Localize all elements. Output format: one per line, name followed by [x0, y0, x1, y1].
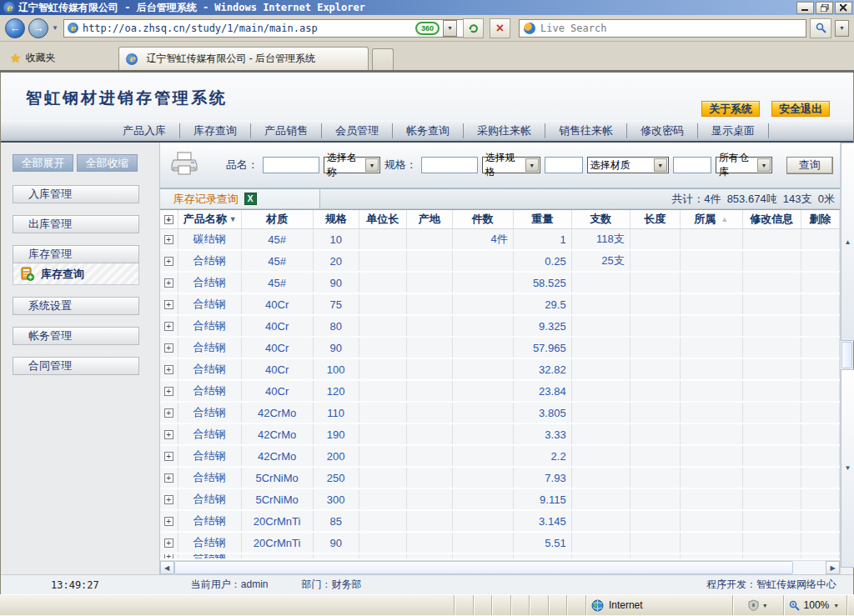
nav-item[interactable]: 帐务查询 [393, 123, 464, 138]
row-expand-icon[interactable]: + [160, 359, 178, 379]
safe-logout-button[interactable]: 安全退出 [771, 101, 830, 117]
search-options-dropdown[interactable]: ▼ [835, 20, 849, 37]
sidebar-group-inventory[interactable]: 库存管理 [13, 245, 139, 263]
col-header-length[interactable]: 长度 [630, 210, 681, 228]
new-tab-button[interactable] [372, 48, 394, 70]
warehouse-filter-input[interactable] [673, 157, 711, 173]
sidebar-group-system[interactable]: 系统设置 [13, 297, 139, 315]
refresh-button[interactable] [463, 18, 484, 38]
protected-mode-pane[interactable]: ▼ [733, 595, 784, 615]
live-search-input[interactable]: Live Search [519, 19, 806, 38]
name-select[interactable]: 选择名称▼ [324, 157, 380, 173]
row-expand-icon[interactable]: + [160, 489, 178, 509]
table-row[interactable]: + 合结钢 42CrMo 200 2.2 [160, 446, 840, 468]
row-expand-icon[interactable]: + [160, 403, 178, 423]
print-button[interactable] [170, 151, 198, 180]
col-header-unit-length[interactable]: 单位长 [359, 210, 407, 228]
back-button[interactable]: ← [5, 18, 25, 38]
nav-item[interactable]: 销售往来帐 [545, 123, 627, 138]
col-header-origin[interactable]: 产地 [407, 210, 453, 228]
nav-item[interactable]: 会员管理 [322, 123, 393, 138]
sidebar-item-inventory-query[interactable]: 库存查询 [13, 263, 139, 285]
table-row[interactable]: + 合结钢 45# 20 0.25 25支 [160, 251, 840, 273]
scroll-up-icon[interactable]: ▲ [841, 143, 854, 341]
zoom-pane[interactable]: 100% ▼ [784, 595, 847, 615]
table-row[interactable]: + 合结钢 5CrNiMo 250 7.93 [160, 468, 840, 489]
table-row[interactable]: + 合结钢 42CrMo 190 3.33 [160, 424, 840, 446]
col-header-count[interactable]: 支数 [572, 210, 630, 228]
inventory-records-tab[interactable]: 库存记录查询 X [160, 189, 320, 208]
row-expand-icon[interactable]: + [160, 381, 178, 401]
table-row[interactable]: + 碳结钢 45# 10 4件 1 118支 [160, 229, 840, 251]
row-expand-icon[interactable]: + [160, 468, 178, 488]
table-row[interactable]: + 合结钢 45# 90 58.525 [160, 273, 840, 294]
table-row[interactable]: + 合结钢 5CrNiMo 300 9.115 [160, 489, 840, 511]
col-header-material[interactable]: 材质 [242, 210, 314, 228]
material-select[interactable]: 选择材质▼ [587, 157, 669, 173]
table-row[interactable]: + 合结钢 42CrMo 110 3.805 [160, 403, 840, 424]
collapse-all-button[interactable]: 全部收缩 [77, 154, 138, 172]
row-expand-icon[interactable]: + [160, 229, 178, 249]
nav-item[interactable]: 库存查询 [180, 123, 251, 138]
expand-all-rows-icon[interactable]: + [160, 210, 178, 228]
table-row[interactable]: + 合结钢 40Cr 100 32.82 [160, 359, 840, 381]
col-header-pieces[interactable]: 件数 [453, 210, 514, 228]
table-row[interactable]: + 合结钢 20CrMnTi 90 5.51 [160, 533, 840, 554]
table-row[interactable]: + 合结钢 20CrMnTi 85 3.145 [160, 511, 840, 533]
col-header-owner[interactable]: 所属▲ [681, 210, 743, 228]
about-system-button[interactable]: 关于系统 [701, 101, 760, 117]
row-expand-icon[interactable]: + [160, 294, 178, 314]
nav-item[interactable]: 采购往来帐 [464, 123, 545, 138]
search-go-button[interactable] [810, 18, 831, 38]
table-row[interactable]: + 合结钢 40Cr 90 57.965 [160, 338, 840, 359]
minimize-button[interactable] [796, 2, 814, 14]
row-expand-icon[interactable]: + [160, 338, 178, 358]
nav-item[interactable]: 显示桌面 [698, 123, 769, 138]
row-expand-icon[interactable]: + [160, 273, 178, 293]
sidebar-group-accounting[interactable]: 帐务管理 [13, 327, 139, 345]
close-button[interactable] [835, 2, 852, 14]
warehouse-select[interactable]: 所有仓库▼ [716, 157, 772, 173]
spec-filter-input[interactable] [421, 157, 478, 173]
sidebar-group-outbound[interactable]: 出库管理 [13, 215, 139, 233]
excel-export-icon[interactable]: X [244, 193, 257, 205]
nav-item[interactable]: 产品入库 [109, 123, 180, 138]
badge-dropdown-button[interactable]: ▼ [443, 20, 457, 37]
scroll-left-icon[interactable]: ◀ [160, 561, 174, 574]
horizontal-scroll-thumb[interactable] [174, 561, 793, 574]
favorites-button[interactable]: ★ 收藏夹 [3, 47, 65, 70]
horizontal-scrollbar[interactable]: ◀ ▶ [160, 560, 840, 574]
row-expand-icon[interactable]: + [160, 511, 178, 531]
col-header-modify[interactable]: 修改信息 [743, 210, 801, 228]
restore-button[interactable] [816, 2, 833, 14]
scroll-down-icon[interactable]: ▼ [841, 369, 854, 568]
spec-select[interactable]: 选择规格▼ [482, 157, 540, 173]
recent-pages-dropdown-icon[interactable]: ▼ [52, 24, 58, 32]
stop-button[interactable]: × [490, 18, 510, 38]
nav-item[interactable]: 修改密码 [627, 123, 698, 138]
table-row[interactable]: + 合结钢 40Cr 80 9.325 [160, 316, 840, 338]
vertical-scrollbar[interactable]: ▲ ▼ [840, 143, 853, 574]
nav-item[interactable]: 产品销售 [251, 123, 322, 138]
table-row[interactable]: + 合结钢 40Cr 75 29.5 [160, 294, 840, 316]
table-row[interactable]: + 合结钢 40Cr 120 23.84 [160, 381, 840, 403]
col-header-spec[interactable]: 规格 [314, 210, 359, 228]
row-expand-icon[interactable]: + [160, 533, 178, 553]
row-expand-icon[interactable]: + [160, 316, 178, 336]
col-header-weight[interactable]: 重量 [514, 210, 572, 228]
col-header-delete[interactable]: 删除 [801, 210, 840, 228]
row-expand-icon[interactable]: + [160, 251, 178, 271]
expand-all-button[interactable]: 全部展开 [13, 154, 73, 172]
vertical-scroll-thumb[interactable] [841, 342, 852, 368]
row-expand-icon[interactable]: + [160, 424, 178, 444]
col-header-name[interactable]: 产品名称▼ [178, 210, 242, 228]
query-button[interactable]: 查询 [786, 157, 833, 174]
sidebar-group-contracts[interactable]: 合同管理 [13, 357, 139, 375]
material-filter-input[interactable] [545, 157, 583, 173]
browser-tab[interactable]: e 辽宁智虹传媒有限公司 - 后台管理系统 [118, 47, 369, 70]
row-expand-icon[interactable]: + [160, 446, 178, 466]
sidebar-group-inbound[interactable]: 入库管理 [13, 185, 139, 203]
name-filter-input[interactable] [263, 157, 319, 173]
scroll-right-icon[interactable]: ▶ [826, 561, 840, 574]
forward-button[interactable]: → [28, 18, 48, 38]
